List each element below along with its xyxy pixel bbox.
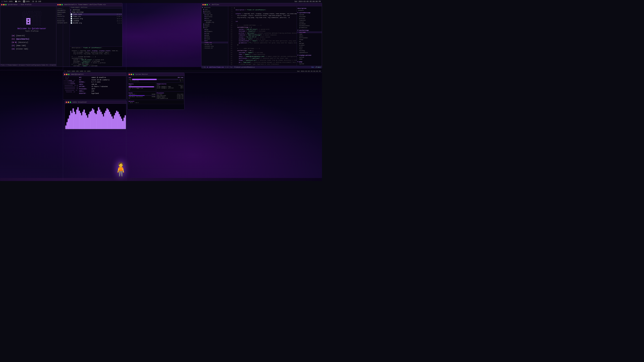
- close-button[interactable]: [1, 4, 2, 5]
- qute-menu-search[interactable]: [o] [Search]: [12, 34, 62, 37]
- fm-file-flakelock-selected[interactable]: 📄 flake.lock 27.5 K: [70, 13, 122, 15]
- et-style[interactable]: ▶ style: [202, 38, 228, 40]
- nf-arch: ARCH: x86_64: [79, 83, 126, 86]
- erp-name: name: [297, 33, 322, 35]
- viz-bar: [78, 107, 78, 129]
- sm-temp-val-header: Temp(c): [178, 85, 183, 86]
- sb-branch: ⎇ main: [315, 66, 321, 68]
- et-system[interactable]: ▶ system: [202, 23, 228, 25]
- sysmon-titlebar: System Monitor: [128, 73, 184, 76]
- viz-bar: [85, 113, 86, 129]
- sm-disk-nixstore-name: /dev/dm-0 /nix/store: [129, 96, 143, 97]
- nf-arch-val: x86_64: [92, 83, 97, 86]
- fm-file-readmeorg[interactable]: 📄 README.org 6.5 K: [70, 22, 122, 24]
- sm-cpu-bar-bg: [132, 79, 178, 80]
- fm-file-license[interactable]: 📄 LICENSE 34.2 K: [70, 20, 122, 22]
- et-pkgs[interactable]: ▶ pkgs: [202, 34, 228, 36]
- et-personal[interactable]: ▶ personal: [202, 16, 228, 17]
- qute-menu-history[interactable]: [S h] [History]: [12, 41, 62, 44]
- file-icon-3: 📄: [70, 18, 72, 19]
- et-hardware-label: hardware: [206, 31, 212, 32]
- qutebrowser-titlebar: Qutebrowser — Tech Profile: [0, 3, 64, 6]
- sb-scroll: Top:: [230, 66, 233, 68]
- et-user[interactable]: ▼ user: [202, 27, 228, 29]
- nf-max-button[interactable]: [68, 74, 70, 75]
- qute-url-bar: file:///home/emmet/.browser/Tech/config/…: [0, 64, 64, 66]
- qute-menu-quickmarks[interactable]: [b] [Quickmarks]: [12, 37, 62, 41]
- erp-bootmode: bootMode: [297, 23, 322, 25]
- file-icon-readme: -: [205, 21, 206, 23]
- et-style-label: style: [206, 38, 210, 39]
- et-lang[interactable]: ▶ lang: [202, 32, 228, 34]
- et-hardensh[interactable]: - harden.sh: [202, 43, 228, 45]
- minimize-button[interactable]: [3, 4, 4, 5]
- filemanager-body: Places Documents Downloads Music Picture…: [56, 6, 122, 66]
- sm-cpu-load: 1.53 1.14 0.78: [129, 80, 138, 82]
- viz-bar: [99, 110, 100, 129]
- nf-packages-val: 3577: [92, 88, 95, 90]
- viz-bar: [110, 114, 111, 129]
- sm-proc-pipewire: 1150 pipewire-pu 0.1% 0.2%: [157, 98, 184, 99]
- nf-os-val: nixos 24.05 (uakari): [92, 79, 110, 81]
- sm-max-button[interactable]: [133, 74, 134, 75]
- folder-icon-style: ▶: [205, 38, 206, 39]
- topbar-right: Sat 2024-03-09 05:06:00 PM: [294, 1, 321, 2]
- et-shell[interactable]: ▶ shell: [202, 36, 228, 38]
- viz-close-button[interactable]: [66, 102, 67, 103]
- sm-min-button[interactable]: [131, 74, 132, 75]
- workspace-info: ⬡ Tech 100% | 🔲 20% | 🔳 100% | 2$ 1$ 10$: [1, 0, 41, 2]
- sm-close-button[interactable]: [129, 74, 130, 75]
- nf-desktop: DESKTOP: hyprland: [79, 92, 126, 95]
- sm-cpu-section: CPU CPU time 100% AVG 13 1.53 1.14 0.78 …: [128, 76, 184, 82]
- et-worklab[interactable]: ▶ worklab: [202, 19, 228, 21]
- editor-code-area: 12345 678910 1112131415 1617181920 21222…: [228, 6, 297, 66]
- nf-min-button[interactable]: [66, 74, 68, 75]
- nf-packages: PACKAGES: 3577: [79, 88, 126, 90]
- fm-folder-dotfiles[interactable]: ▶ .dotfiles: [70, 9, 122, 11]
- nf-close-button[interactable]: [64, 74, 66, 75]
- editor-max-button[interactable]: [206, 4, 208, 5]
- et-installorg[interactable]: - install.org: [202, 45, 228, 47]
- fm-folder-tempsettings[interactable]: ▶ Temp-Settings: [70, 11, 122, 13]
- code-text: { description = "Flake of LibrePhoenix";…: [233, 6, 297, 66]
- viz-bar: [86, 115, 87, 129]
- viz-bar: [72, 113, 72, 129]
- sysmon-body: CPU CPU time 100% AVG 13 1.53 1.14 0.78 …: [128, 76, 184, 109]
- et-homelab[interactable]: ▶ home.lab: [202, 14, 228, 16]
- editor-min-button[interactable]: [204, 4, 206, 5]
- viz-max-button[interactable]: [70, 102, 71, 103]
- fm-folder-name: .dotfiles: [72, 9, 122, 11]
- et-flakenix[interactable]: - flake.nix: [202, 41, 228, 43]
- editor-close-button[interactable]: [202, 4, 204, 5]
- et-git[interactable]: ▶ .git: [202, 8, 228, 10]
- qutebrowser-content: . . . . . . . . . . . . . . . . . . . . …: [0, 6, 64, 66]
- workspace-label: Tech 100%: [4, 1, 12, 2]
- erp-fontpkg: fontPkg: [297, 50, 322, 52]
- erp-editor-theme: theme: [297, 39, 322, 40]
- et-readme-profiles[interactable]: - README.org: [202, 21, 228, 23]
- fm-close-button[interactable]: [57, 4, 59, 5]
- qute-menu-newtab[interactable]: [t] [New tab]: [12, 44, 62, 47]
- fm-max-button[interactable]: [62, 4, 63, 5]
- et-work[interactable]: ▶ work: [202, 17, 228, 19]
- et-installsh[interactable]: - install.sh: [202, 47, 228, 49]
- et-wm[interactable]: ▶ wm: [202, 40, 228, 41]
- folder-icon-2: ▶: [70, 11, 71, 13]
- qute-menu-closetab[interactable]: [x] [Close tab]: [12, 47, 62, 51]
- viz-min-button[interactable]: [68, 102, 69, 103]
- maximize-button[interactable]: [5, 4, 6, 5]
- sm-temp-edge: card0 (amdgpu): edge 49°C: [157, 86, 184, 87]
- viz-bar: [92, 108, 93, 129]
- viz-bar: [125, 115, 126, 129]
- et-app[interactable]: ▶ app: [202, 29, 228, 30]
- et-patches[interactable]: ▶ patches: [202, 10, 228, 12]
- fm-file-name-3: install.org: [73, 18, 115, 19]
- et-themes[interactable]: ▶ themes: [202, 25, 228, 27]
- sm-proc-pipe-mem: 0.2%: [180, 98, 183, 99]
- fm-file-flakenix[interactable]: 📄 flake.nix 2.26 K: [70, 15, 122, 17]
- et-profiles[interactable]: ▼ profiles: [202, 12, 228, 14]
- fm-min-button[interactable]: [59, 4, 61, 5]
- et-hardware[interactable]: ▶ hardware: [202, 30, 228, 32]
- fm-file-installorg[interactable]: 📄 install.org 10.6 K: [70, 17, 122, 20]
- erp-system: system: [297, 14, 322, 15]
